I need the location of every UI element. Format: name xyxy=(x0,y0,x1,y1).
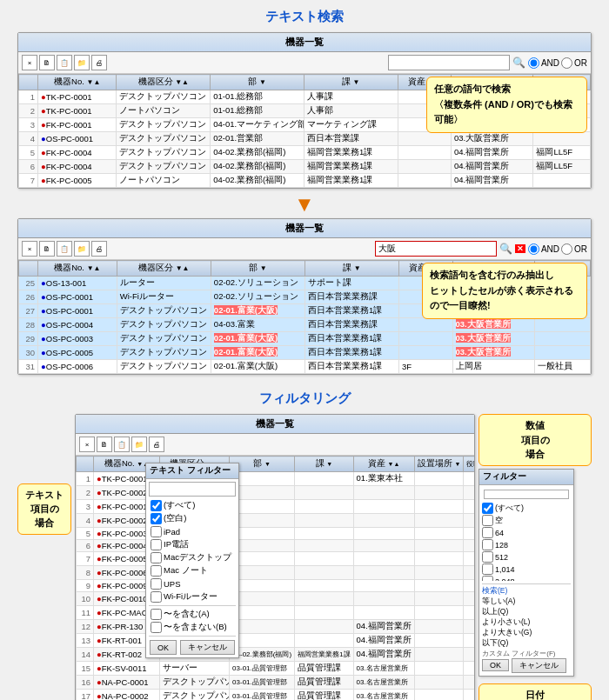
cell-div: 02-01.富業(大阪) xyxy=(211,332,304,346)
cell-no: 28 xyxy=(19,318,38,332)
table-row: 17●NA-PC-0002デスクトップパソコン03-01.品質管理部品質管理課0… xyxy=(77,690,475,701)
num-item-all[interactable]: (すべて) xyxy=(482,503,571,515)
toolbar-btn-close2[interactable]: × xyxy=(22,241,37,257)
filter-item-all[interactable]: (すべて) xyxy=(149,499,236,512)
search-input-1[interactable] xyxy=(388,55,510,70)
radio-and-2[interactable] xyxy=(528,243,539,255)
data-table-3: 機器No. ▼▲ 機器区分 ▼▲ 部 ▼ 課 ▼ 資産 ▼▲ 設置場所 ▼ 役職 xyxy=(76,456,474,700)
cell-type: デスクトップパソコン xyxy=(117,160,211,174)
opt-lt[interactable]: より小さい(L) xyxy=(482,617,571,628)
toolbar-btn-close[interactable]: × xyxy=(22,55,37,70)
table-row: 7●FK-PC-0005ノートパソコン xyxy=(77,552,475,566)
toolbar-btn-open3[interactable]: 📁 xyxy=(131,437,147,452)
filter-item-wifi[interactable]: Wi-Fiルーター xyxy=(149,590,236,603)
numeric-filter-search[interactable] xyxy=(484,490,569,499)
table-row: 28 ●OS-PC-0004 デスクトップパソコン 04-03.富業 西日本営業… xyxy=(19,318,591,332)
filter-item-ip[interactable]: IP電話 xyxy=(149,538,236,551)
text-filter-search[interactable] xyxy=(151,486,233,494)
section2-title: フィルタリング xyxy=(17,390,592,407)
filter-cancel-btn[interactable]: キャンセル xyxy=(180,640,235,655)
search-box-area-2: 🔍 ✕ AND OR xyxy=(375,241,587,257)
num-item-512[interactable]: 512 xyxy=(482,551,571,563)
cell-type: デスクトップパソコン xyxy=(117,332,211,346)
filter-item-extra2[interactable]: 〜を含まない(B) xyxy=(149,621,236,634)
table-row: 1●TK-PC-0001デスクトップパソコン01.業東本社 xyxy=(77,472,475,486)
window-panel-2: 機器一覧 × 🗎 📋 📁 🖨 🔍 ✕ AND OR xyxy=(17,218,592,375)
filter-item-blank[interactable]: (空白) xyxy=(149,512,236,525)
numeric-cancel-btn[interactable]: キャンセル xyxy=(512,658,566,673)
th-val-3[interactable]: 設置場所 ▼ xyxy=(414,457,464,472)
filter-item-ipad[interactable]: iPad xyxy=(149,525,236,538)
toolbar-btn-new2[interactable]: 🗎 xyxy=(39,241,55,257)
toolbar-btn-print2[interactable]: 🖨 xyxy=(91,241,107,257)
num-item-128[interactable]: 128 xyxy=(482,539,571,551)
th-dep-1[interactable]: 課 ▼ xyxy=(304,75,398,90)
toolbar-btn-open[interactable]: 📁 xyxy=(74,55,90,70)
cell-dep: 人事部 xyxy=(304,104,398,118)
th-item-3[interactable]: 資産 ▼▲ xyxy=(353,457,414,472)
cell-div: 04-02.業務部(福岡) xyxy=(211,160,304,174)
opt-lte[interactable]: 以下(Q) xyxy=(482,638,571,649)
filter-item-macdesk[interactable]: Macデスクトップ xyxy=(149,551,236,564)
opt-equal[interactable]: 等しい(A) xyxy=(482,597,571,607)
cell-no: 7 xyxy=(19,174,38,188)
cell-dep: 西日本営業業務1課 xyxy=(304,346,398,360)
cell-type: デスクトップパソコン xyxy=(117,118,211,132)
toolbar-btn-copy[interactable]: 📋 xyxy=(57,55,72,70)
window-panel-1: 機器一覧 × 🗎 📋 📁 🖨 🔍 AND OR xyxy=(17,32,592,189)
radio-and-1[interactable] xyxy=(528,57,539,69)
th-dep-3[interactable]: 課 ▼ xyxy=(295,457,353,472)
toolbar-btn-copy2[interactable]: 📋 xyxy=(57,241,72,257)
radio-or-1[interactable] xyxy=(561,57,572,69)
opt-gt[interactable]: より大きい(G) xyxy=(482,628,571,638)
toolbar-btn-copy3[interactable]: 📋 xyxy=(114,437,130,452)
cell-loc: 福岡LL5F xyxy=(533,160,591,174)
num-item-64[interactable]: 64 xyxy=(482,527,571,539)
numeric-filter-link[interactable]: 検索(E) xyxy=(482,586,571,597)
toolbar-btn-close3[interactable]: × xyxy=(79,437,95,452)
th-div-2[interactable]: 部 ▼ xyxy=(211,261,304,277)
cell-item: 3F xyxy=(399,360,452,374)
cell-no: 4 xyxy=(19,132,38,146)
th-type-1[interactable]: 機器区分 ▼▲ xyxy=(117,75,211,90)
search-clear-badge[interactable]: ✕ xyxy=(515,244,525,253)
th-id-2[interactable]: 機器No. ▼▲ xyxy=(38,261,117,277)
cell-div: 02-01.営業部 xyxy=(211,132,304,146)
filter-item-macnote[interactable]: Mac ノート xyxy=(149,564,236,577)
toolbar-btn-new[interactable]: 🗎 xyxy=(39,55,55,70)
cell-type: デスクトップパソコン xyxy=(117,346,211,360)
radio-or-2[interactable] xyxy=(561,243,572,255)
filter-ok-btn[interactable]: OK xyxy=(150,640,177,655)
th-dep-2[interactable]: 課 ▼ xyxy=(304,261,398,277)
th-id-1[interactable]: 機器No. ▼▲ xyxy=(38,75,117,90)
cell-item xyxy=(398,174,451,188)
toolbar-btn-open2[interactable]: 📁 xyxy=(74,241,90,257)
toolbar-btn-new3[interactable]: 🗎 xyxy=(97,437,112,452)
window-panel-3: 機器一覧 × 🗎 📋 📁 🖨 機器No. xyxy=(75,414,475,700)
cell-no: 27 xyxy=(19,304,38,318)
num-item-blank[interactable]: 空 xyxy=(482,515,571,527)
cell-id: ●OS-PC-0001 xyxy=(38,132,117,146)
table-row: 12●FK-PR-130レーザープリンタ04.福岡営業所 xyxy=(77,620,475,634)
th-div-1[interactable]: 部 ▼ xyxy=(211,75,304,90)
cell-role xyxy=(535,318,591,332)
cell-type: ノートパソコン xyxy=(117,104,211,118)
num-item-2048[interactable]: 2,048 xyxy=(482,576,571,581)
toolbar-btn-print3[interactable]: 🖨 xyxy=(149,437,164,452)
filter-item-ups[interactable]: UPS xyxy=(149,577,236,590)
cell-dep: 西日本営業業務課 xyxy=(304,318,398,332)
opt-custom[interactable]: カスタム フィルター(F) xyxy=(482,649,571,658)
filter-item-extra[interactable]: 〜を含む(A) xyxy=(149,608,236,621)
th-type-2[interactable]: 機器区分 ▼▲ xyxy=(117,261,211,277)
cell-div: 02-01.富業(大阪) xyxy=(211,304,304,318)
cell-val: 03.大阪営業所 xyxy=(451,132,533,146)
label-or-1: OR xyxy=(574,58,587,68)
cell-type: ルーター xyxy=(117,277,211,290)
search-input-2[interactable] xyxy=(375,241,497,257)
table-row: 14●FK-RT-002ルーター04-02.業務部(福岡)福岡営業業務1課04.… xyxy=(77,648,475,662)
opt-gte[interactable]: 以上(Q) xyxy=(482,607,571,617)
cell-type: デスクトップパソコン xyxy=(117,146,211,160)
num-item-1014[interactable]: 1,014 xyxy=(482,563,571,576)
toolbar-btn-print[interactable]: 🖨 xyxy=(91,55,107,70)
numeric-ok-btn[interactable]: OK xyxy=(482,659,509,671)
